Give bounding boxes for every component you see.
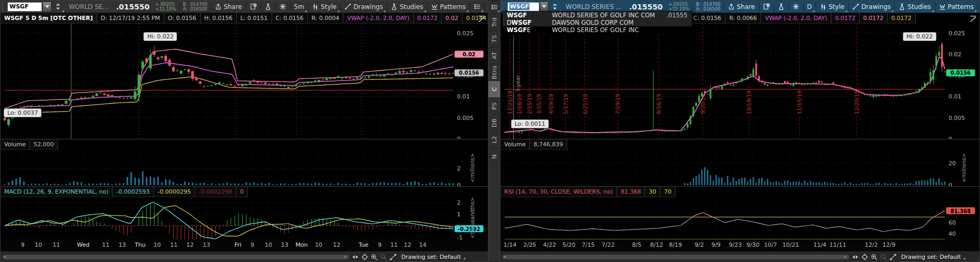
- active-drawing-tool-button[interactable]: [390, 254, 397, 260]
- zoom-out-button[interactable]: [880, 254, 887, 260]
- header-cell: VWAP (-2.0, 2.0, DAY): [761, 13, 831, 24]
- zoom-out-button[interactable]: [380, 254, 387, 260]
- header-cell: 0.0172: [831, 13, 860, 24]
- analyze-flask-button[interactable]: [775, 1, 788, 13]
- time-tick-label: 11: [170, 241, 178, 248]
- side-tab-ps[interactable]: PS: [488, 98, 500, 115]
- study-value: 81.368: [617, 187, 645, 197]
- price-chart-left[interactable]: 0.0250.020.0150.010.00500.020.0156: [1, 24, 488, 139]
- time-tick-label: 9/2: [695, 241, 704, 248]
- rsi-chart-right[interactable]: 604081.368: [501, 197, 979, 239]
- gadget-tab-strip: TrdTSATBtnsCPSDBL2N: [488, 0, 500, 262]
- high-price-label: Hi: 0.022: [143, 32, 177, 41]
- studies-button[interactable]: Studies: [388, 1, 426, 13]
- zoom-in-button[interactable]: [871, 254, 878, 260]
- time-tick-label: Mon: [296, 241, 308, 248]
- share-button[interactable]: Share: [725, 1, 758, 13]
- flask-icon: [778, 3, 785, 10]
- time-tick-label: 9: [21, 241, 25, 248]
- volume-chart-right[interactable]: 200<millions>: [501, 149, 979, 186]
- status-bar-left: ◂▸Drawing set: Default: [1, 251, 488, 262]
- chart-panel-right: WSGFWORLD SERIES ....015550+.00205+15.19…: [500, 0, 980, 262]
- timeframe-button[interactable]: 5m: [291, 1, 307, 13]
- side-tab-l2[interactable]: L2: [488, 132, 500, 148]
- flask-icon: [899, 3, 905, 10]
- macd-chart-left[interactable]: 21-1-0.2592<thousandths>: [1, 197, 488, 239]
- studies-button[interactable]: Studies: [895, 1, 934, 13]
- patterns-button[interactable]: Patterns: [428, 1, 469, 13]
- side-tab-trd[interactable]: Trd: [488, 14, 500, 31]
- study-value: -0.0000295: [154, 187, 195, 197]
- symbol-input[interactable]: WSGF: [507, 2, 540, 12]
- time-tick-label: 7/15: [582, 241, 595, 248]
- symbol-suggestion-row[interactable]: WSGFEWORLD SERIES OF GOLF INC: [503, 26, 692, 34]
- strip-menu-button[interactable]: [488, 1, 500, 14]
- pan-button[interactable]: [861, 254, 868, 260]
- side-tab-at[interactable]: AT: [488, 47, 500, 64]
- symbol-dropdown-button[interactable]: [540, 2, 548, 12]
- symbol-suggestion-row[interactable]: WSGFWORLD SERIES OF GOLF INC COM.01555: [503, 12, 692, 19]
- header-cell: C: 0.0156: [690, 13, 725, 24]
- active-drawing-tool-button[interactable]: [890, 254, 896, 260]
- menu-button[interactable]: [471, 1, 484, 13]
- time-tick-label: 11/4: [814, 241, 827, 248]
- time-tick-label: 9/9: [711, 241, 721, 248]
- toggle-studies-icon[interactable]: [478, 15, 485, 24]
- horizontal-scrollbar[interactable]: ◂▸: [503, 255, 849, 259]
- pan-button[interactable]: [361, 254, 368, 260]
- settings-button[interactable]: [276, 1, 289, 13]
- side-tab-c[interactable]: C: [488, 81, 500, 98]
- symbol-input[interactable]: WSGF: [7, 2, 42, 12]
- svg-text:0.0156: 0.0156: [951, 70, 971, 76]
- price-change: +.00205+15.19%: [666, 2, 692, 12]
- timeframe-button[interactable]: D: [804, 1, 815, 13]
- side-tab-n[interactable]: N: [488, 148, 500, 165]
- hamburger-icon: [474, 3, 481, 10]
- panel-grip[interactable]: [502, 2, 506, 12]
- zoom-in-button[interactable]: [371, 254, 378, 260]
- symbol-suggestion-row[interactable]: DWSGFDAWSON GOLD CORP COM: [503, 19, 692, 26]
- side-tab-ts[interactable]: TS: [488, 31, 500, 47]
- toolbar-left: WSGFWORLD SE....015550+.00205+15.19%B: .…: [1, 1, 488, 13]
- header-cell: 0.0172: [414, 13, 442, 24]
- time-tick-label: 7/22: [602, 241, 615, 248]
- volume-header-right: Volume8,746,839: [501, 139, 979, 150]
- side-tab-db[interactable]: DB: [488, 115, 500, 132]
- drawing-set-selector[interactable]: Drawing set: Default: [899, 254, 966, 260]
- side-tab-btns[interactable]: Btns: [488, 64, 500, 81]
- panel-grip[interactable]: [2, 2, 6, 12]
- share-button[interactable]: Share: [212, 1, 245, 13]
- fit-width-button[interactable]: [352, 254, 359, 260]
- study-value: -0.0002593: [113, 187, 154, 197]
- report-icon: [250, 3, 257, 10]
- time-tick-label: 12: [333, 241, 340, 248]
- toggle-studies-icon[interactable]: [969, 15, 977, 24]
- study-value: 30: [645, 187, 660, 197]
- svg-text:2: 2: [457, 199, 461, 206]
- svg-text:-1: -1: [457, 234, 463, 239]
- symbol-dropdown-button[interactable]: [43, 2, 51, 12]
- style-button[interactable]: Style: [309, 1, 340, 13]
- style-button[interactable]: Style: [817, 1, 848, 13]
- expiration-date-label: 10/18/19: [746, 90, 752, 114]
- time-tick-label: 10/21: [783, 241, 799, 248]
- settings-button[interactable]: [789, 1, 802, 13]
- header-cell: 0.0172: [888, 13, 916, 24]
- time-tick-label: 11/11: [830, 241, 847, 248]
- svg-text:0: 0: [948, 182, 952, 186]
- report-button[interactable]: [760, 1, 773, 13]
- volume-header-left: Volume52,000: [1, 139, 488, 150]
- drawings-button[interactable]: Drawings: [341, 1, 386, 13]
- patterns-button[interactable]: Patterns: [936, 1, 977, 13]
- drawing-set-selector[interactable]: Drawing set: Default: [399, 254, 466, 260]
- fit-width-button[interactable]: [852, 254, 859, 260]
- horizontal-scrollbar[interactable]: ◂▸: [3, 255, 349, 259]
- analyze-flask-button[interactable]: [262, 1, 275, 13]
- link-button[interactable]: [51, 1, 65, 13]
- expiration-date-label: 5/17/19: [563, 94, 569, 114]
- volume-chart-left[interactable]: 20<millions>: [1, 149, 488, 186]
- drawings-button[interactable]: Drawings: [849, 1, 894, 13]
- svg-text:0.005: 0.005: [948, 115, 965, 122]
- macd-header-left: MACD (12, 26, 9, EXPONENTIAL, no)-0.0002…: [1, 186, 488, 197]
- report-button[interactable]: [247, 1, 260, 13]
